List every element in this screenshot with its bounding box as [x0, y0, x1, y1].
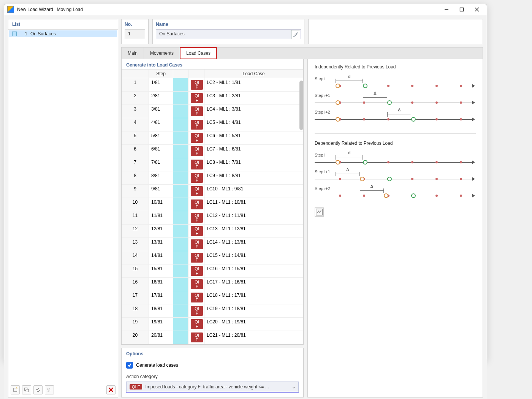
list-panel: List 1 On Surfaces: [8, 19, 118, 397]
table-row[interactable]: 1010/81QI FLC11 - ML1 : 10/81: [122, 198, 303, 211]
name-label: Name: [156, 22, 301, 27]
name-input[interactable]: On Surfaces: [156, 29, 301, 39]
window-title: New Load Wizard | Moving Load: [17, 7, 439, 12]
diagram-axis: Δ: [315, 116, 476, 123]
scrollbar-thumb[interactable]: [299, 81, 303, 130]
row-loadcase: LC4 - ML1 : 3/81: [204, 105, 303, 118]
row-category: QI F: [188, 118, 204, 131]
row-index: 6: [122, 145, 149, 158]
col-header-loadcase: Load Case: [204, 70, 303, 78]
row-color-cell: [173, 264, 188, 277]
dialog-window: New Load Wizard | Moving Load List 1 On …: [4, 4, 487, 361]
no-label: No.: [125, 22, 145, 27]
tab-main[interactable]: Main: [122, 48, 144, 59]
table-row[interactable]: 11/81QI FLC2 - ML1 : 1/81: [122, 78, 303, 92]
row-index: 7: [122, 158, 149, 171]
row-loadcase: LC15 - ML1 : 14/81: [204, 251, 303, 264]
row-color-cell: [173, 171, 188, 184]
copy-item-button[interactable]: [22, 385, 31, 394]
delete-item-button[interactable]: [106, 385, 116, 394]
row-index: 18: [122, 304, 149, 317]
row-category: QI F: [188, 131, 204, 144]
action-category-value: Imposed loads - category F: traffic area…: [145, 384, 289, 390]
tab-load-cases[interactable]: Load Cases: [180, 47, 217, 59]
table-row[interactable]: 1919/81QI FLC20 - ML1 : 19/81: [122, 318, 303, 331]
list-item[interactable]: 1 On Surfaces: [9, 30, 117, 37]
uncheck-all-button[interactable]: [45, 385, 54, 394]
table-row[interactable]: 1111/81QI FLC12 - ML1 : 11/81: [122, 211, 303, 225]
row-step: 20/81: [149, 331, 173, 344]
row-index: 3: [122, 105, 149, 118]
row-color-cell: [173, 225, 188, 238]
table-row[interactable]: 1616/81QI FLC17 - ML1 : 16/81: [122, 278, 303, 291]
svg-rect-6: [26, 389, 28, 392]
maximize-button[interactable]: [454, 4, 469, 15]
row-step: 14/81: [149, 251, 173, 264]
table-row[interactable]: 99/81QI FLC10 - ML1 : 9/81: [122, 185, 303, 198]
generate-load-cases-checkbox[interactable]: [126, 362, 133, 369]
table-row[interactable]: 2020/81QI FLC21 - ML1 : 20/81: [122, 331, 303, 344]
tab-movements[interactable]: Movements: [144, 48, 180, 59]
action-category-select[interactable]: QI F Imposed loads - category F: traffic…: [126, 382, 299, 392]
no-field-box: No. 1: [121, 19, 149, 44]
row-loadcase: LC2 - ML1 : 1/81: [204, 78, 303, 91]
table-row[interactable]: 33/81QI FLC4 - ML1 : 3/81: [122, 105, 303, 118]
row-step: 9/81: [149, 185, 173, 198]
table-row[interactable]: 44/81QI FLC5 - ML1 : 4/81: [122, 118, 303, 131]
titlebar: New Load Wizard | Moving Load: [4, 4, 487, 15]
table-row[interactable]: 1818/81QI FLC19 - ML1 : 18/81: [122, 304, 303, 318]
row-loadcase: LC19 - ML1 : 18/81: [204, 304, 303, 317]
minimize-button[interactable]: [439, 4, 454, 15]
list-item-number: 1: [20, 31, 27, 36]
table-row[interactable]: 1212/81QI FLC13 - ML1 : 12/81: [122, 225, 303, 238]
row-index: 16: [122, 278, 149, 291]
row-loadcase: LC7 - ML1 : 6/81: [204, 145, 303, 158]
list-item-label: On Surfaces: [30, 31, 56, 36]
table-row[interactable]: 1414/81QI FLC15 - ML1 : 14/81: [122, 251, 303, 264]
row-color-cell: [173, 145, 188, 158]
chevron-down-icon: ⌄: [289, 384, 298, 390]
table-row[interactable]: 88/81QI FLC9 - ML1 : 8/81: [122, 171, 303, 185]
row-index: 15: [122, 264, 149, 277]
row-step: 17/81: [149, 291, 173, 304]
table-row[interactable]: 1515/81QI FLC16 - ML1 : 15/81: [122, 264, 303, 278]
no-input[interactable]: 1: [125, 29, 145, 39]
row-index: 8: [122, 171, 149, 184]
row-color-cell: [173, 251, 188, 264]
check-all-button[interactable]: [33, 385, 43, 394]
table-row[interactable]: 55/81QI FLC6 - ML1 : 5/81: [122, 131, 303, 145]
loadcase-table[interactable]: Step Load Case 11/81QI FLC2 - ML1 : 1/81…: [122, 69, 303, 344]
row-step: 3/81: [149, 105, 173, 118]
row-index: 9: [122, 185, 149, 198]
row-index: 4: [122, 118, 149, 131]
row-loadcase: LC9 - ML1 : 8/81: [204, 171, 303, 184]
table-row[interactable]: 1313/81QI FLC14 - ML1 : 13/81: [122, 238, 303, 251]
row-step: 13/81: [149, 238, 173, 251]
row-loadcase: LC11 - ML1 : 10/81: [204, 198, 303, 211]
row-loadcase: LC6 - ML1 : 5/81: [204, 131, 303, 144]
diagram-axis: d: [315, 82, 476, 89]
row-color-cell: [173, 105, 188, 118]
table-row[interactable]: 66/81QI FLC7 - ML1 : 6/81: [122, 145, 303, 158]
table-row[interactable]: 22/81QI FLC3 - ML1 : 2/81: [122, 92, 303, 105]
options-panel: Options Generate load cases Action categ…: [121, 348, 304, 397]
diagram-tool-button[interactable]: [315, 207, 324, 217]
row-step: 11/81: [149, 211, 173, 224]
table-row[interactable]: 77/81QI FLC8 - ML1 : 7/81: [122, 158, 303, 171]
row-index: 1: [122, 78, 149, 91]
diagram-axis: d: [315, 159, 476, 166]
row-category: QI F: [188, 331, 204, 344]
row-category: QI F: [188, 158, 204, 171]
new-item-button[interactable]: [11, 385, 20, 394]
row-step: 10/81: [149, 198, 173, 211]
close-button[interactable]: [469, 4, 484, 15]
row-step: 5/81: [149, 131, 173, 144]
table-row[interactable]: 1717/81QI FLC18 - ML1 : 17/81: [122, 291, 303, 304]
edit-name-button[interactable]: [291, 30, 300, 39]
row-loadcase: LC8 - ML1 : 7/81: [204, 158, 303, 171]
col-header-cat: [188, 70, 204, 78]
row-category: QI F: [188, 92, 204, 104]
tabbar: Main Movements Load Cases: [121, 47, 483, 59]
row-loadcase: LC5 - ML1 : 4/81: [204, 118, 303, 131]
row-step: 19/81: [149, 318, 173, 331]
